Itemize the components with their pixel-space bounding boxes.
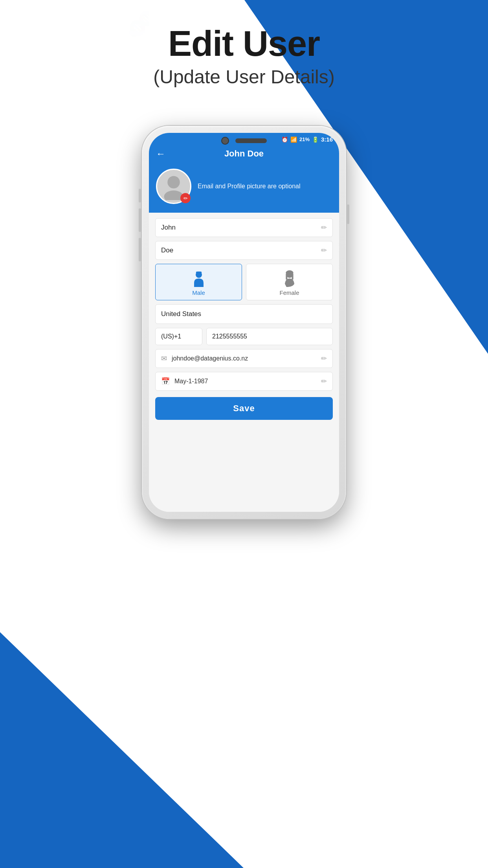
- battery-icon: 🔋: [312, 136, 319, 143]
- phone-number-value: 2125555555: [212, 333, 247, 340]
- last-name-value: Doe: [161, 246, 321, 254]
- gender-male-button[interactable]: Male: [155, 264, 242, 300]
- status-time: 3:16: [321, 136, 333, 143]
- page-sub-title: (Update User Details): [0, 66, 488, 88]
- phone-code-value: (US)+1: [161, 333, 181, 340]
- battery-percent: 21%: [299, 136, 310, 142]
- svg-rect-7: [286, 274, 287, 280]
- svg-point-6: [286, 272, 293, 278]
- svg-point-4: [196, 272, 202, 278]
- svg-point-1: [167, 176, 180, 189]
- female-icon: [281, 270, 298, 287]
- save-button[interactable]: Save: [155, 397, 333, 420]
- volume-down-button: [139, 208, 141, 232]
- email-edit-icon[interactable]: ✏: [321, 354, 327, 363]
- screen-header: ⏰ 📶 21% 🔋 3:16 ← John Doe: [149, 133, 339, 213]
- first-name-field[interactable]: John ✏: [155, 218, 333, 237]
- email-field[interactable]: ✉ johndoe@datagenius.co.nz ✏: [155, 349, 333, 368]
- country-value: United States: [161, 310, 201, 318]
- last-name-field[interactable]: Doe ✏: [155, 241, 333, 260]
- phone-row: (US)+1 2125555555: [155, 328, 333, 345]
- form-area: John ✏ Doe ✏: [149, 213, 339, 512]
- dob-edit-icon[interactable]: ✏: [321, 377, 327, 386]
- gender-female-button[interactable]: Female: [246, 264, 333, 300]
- gender-selector: Male: [155, 264, 333, 300]
- alarm-icon: ⏰: [281, 136, 288, 143]
- male-icon: [190, 270, 207, 287]
- earpiece-speaker: [235, 138, 267, 143]
- power-button: [347, 204, 349, 224]
- profile-hint: Email and Profile picture are optional: [198, 182, 300, 191]
- female-label: Female: [279, 289, 299, 296]
- pencil-badge-icon: ✏: [183, 195, 188, 201]
- phone-outer-shell: ⏰ 📶 21% 🔋 3:16 ← John Doe: [142, 126, 346, 519]
- nav-title: John Doe: [224, 149, 264, 159]
- phone-code-field[interactable]: (US)+1: [155, 328, 202, 345]
- front-camera: [221, 137, 229, 145]
- edit-avatar-button[interactable]: ✏: [180, 193, 191, 203]
- sim-icon: 📶: [290, 136, 297, 143]
- dob-value: May-1-1987: [174, 378, 316, 385]
- first-name-value: John: [161, 224, 321, 232]
- page-main-title: Edit User: [0, 24, 488, 64]
- back-button[interactable]: ←: [156, 148, 165, 159]
- email-icon: ✉: [161, 354, 167, 363]
- nav-bar: ← John Doe: [149, 144, 339, 165]
- email-value: johndoe@datagenius.co.nz: [172, 355, 316, 362]
- phone-number-field[interactable]: 2125555555: [206, 328, 333, 345]
- country-field[interactable]: United States: [155, 304, 333, 324]
- svg-rect-8: [292, 274, 293, 280]
- profile-section: ✏ Email and Profile picture are optional: [149, 165, 339, 213]
- phone-mockup: ⏰ 📶 21% 🔋 3:16 ← John Doe: [142, 126, 346, 519]
- calendar-icon: 📅: [161, 377, 170, 386]
- dob-field[interactable]: 📅 May-1-1987 ✏: [155, 372, 333, 391]
- male-label: Male: [192, 289, 205, 296]
- page-title-area: Edit User (Update User Details): [0, 24, 488, 88]
- first-name-edit-icon[interactable]: ✏: [321, 223, 327, 232]
- silent-button: [139, 238, 141, 261]
- avatar-wrapper: ✏: [156, 169, 191, 204]
- phone-screen: ⏰ 📶 21% 🔋 3:16 ← John Doe: [149, 133, 339, 512]
- last-name-edit-icon[interactable]: ✏: [321, 246, 327, 255]
- volume-up-button: [139, 189, 141, 202]
